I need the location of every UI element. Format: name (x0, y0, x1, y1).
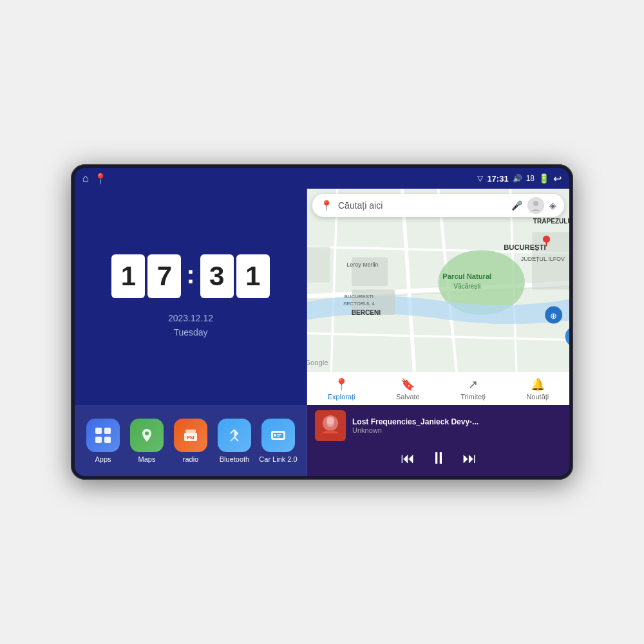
music-player: Lost Frequencies_Janieck Devy-... Unknow… (307, 405, 569, 476)
minute-tens-digit: 3 (200, 254, 234, 298)
date-value: 2023.12.12 (168, 311, 213, 325)
signal-icon: ▽ (477, 174, 483, 183)
map-pin-icon: 📍 (320, 200, 333, 212)
explore-icon: 📍 (334, 377, 348, 392)
volume-level: 18 (526, 174, 535, 183)
maps-app-icon (130, 419, 164, 452)
next-button[interactable]: ⏭ (462, 450, 477, 467)
svg-rect-2 (95, 437, 102, 443)
battery-icon: 🔋 (538, 173, 549, 184)
status-bar: ⌂ 📍 ▽ 17:31 🔊 18 🔋 ↩ (75, 168, 569, 189)
map-nav-explore[interactable]: 📍 Explorați (328, 377, 355, 401)
maps-status-icon[interactable]: 📍 (94, 173, 107, 185)
minute-ones-digit: 1 (236, 254, 270, 298)
map-nav-share[interactable]: ↗ Trimiteți (460, 377, 486, 401)
svg-text:Google: Google (307, 359, 328, 366)
back-icon[interactable]: ↩ (553, 173, 562, 185)
svg-rect-25 (307, 247, 330, 283)
carlink-label: Car Link 2.0 (259, 455, 297, 463)
svg-text:BUCUREȘTI: BUCUREȘTI (345, 294, 374, 299)
svg-rect-0 (95, 428, 102, 434)
music-top: Lost Frequencies_Janieck Devy-... Unknow… (315, 410, 562, 441)
explore-label: Explorați (328, 393, 355, 401)
play-pause-button[interactable]: ⏸ (430, 448, 447, 468)
hour-ones-digit: 7 (147, 254, 181, 298)
home-icon[interactable]: ⌂ (82, 173, 89, 184)
saved-label: Salvate (396, 393, 420, 401)
svg-point-10 (274, 434, 276, 437)
app-bar: Apps Maps (75, 405, 307, 476)
svg-text:FM: FM (187, 435, 194, 440)
svg-rect-11 (277, 434, 281, 435)
status-bar-left: ⌂ 📍 (82, 173, 107, 185)
map-nav-news[interactable]: 🔔 Noutăți (526, 377, 549, 401)
time-display: 17:31 (487, 174, 508, 184)
hours-group: 1 7 (111, 254, 181, 298)
user-avatar[interactable] (527, 197, 544, 214)
music-artist: Unknown (352, 426, 562, 434)
clock-colon: : (186, 260, 194, 289)
svg-text:Văcărești: Văcărești (453, 283, 480, 290)
svg-text:BUCUREȘTI: BUCUREȘTI (504, 243, 545, 251)
mic-icon[interactable]: 🎤 (511, 200, 522, 211)
share-icon: ↗ (468, 377, 478, 392)
svg-point-44 (533, 201, 538, 206)
app-item-maps[interactable]: Maps (128, 419, 166, 463)
album-art-inner (315, 410, 346, 441)
layers-icon[interactable]: ◈ (549, 200, 556, 211)
saved-icon: 🔖 (401, 377, 415, 392)
volume-icon: 🔊 (513, 174, 522, 183)
music-info: Lost Frequencies_Janieck Devy-... Unknow… (352, 417, 562, 434)
news-label: Noutăți (526, 393, 549, 401)
app-item-bluetooth[interactable]: Bluetooth (215, 419, 254, 463)
svg-text:SECTORUL 4: SECTORUL 4 (343, 301, 375, 307)
device-screen: ⌂ 📍 ▽ 17:31 🔊 18 🔋 ↩ 1 (75, 168, 569, 476)
clock-section: 1 7 : 3 1 2023.12.12 Tuesday (75, 189, 307, 405)
svg-text:Leroy Merlin: Leroy Merlin (346, 261, 378, 268)
left-panel: 1 7 : 3 1 2023.12.12 Tuesday (75, 189, 307, 476)
bluetooth-icon (218, 419, 251, 452)
album-art (315, 410, 346, 441)
apps-label: Apps (95, 455, 111, 463)
minutes-group: 3 1 (200, 254, 270, 298)
clock-date: 2023.12.12 Tuesday (168, 311, 213, 340)
prev-button[interactable]: ⏮ (401, 450, 415, 467)
map-search-text[interactable]: Căutați aici (338, 200, 506, 211)
svg-text:⊕: ⊕ (550, 311, 557, 321)
svg-text:TRAPEZULUI: TRAPEZULUI (533, 218, 569, 225)
day-value: Tuesday (168, 325, 213, 339)
apps-icon (86, 419, 120, 452)
bluetooth-label: Bluetooth (220, 455, 249, 463)
news-icon: 🔔 (531, 377, 545, 392)
hour-tens-digit: 1 (111, 254, 145, 298)
status-bar-right: ▽ 17:31 🔊 18 🔋 ↩ (477, 173, 562, 185)
svg-point-48 (327, 417, 334, 424)
main-content: 1 7 : 3 1 2023.12.12 Tuesday (75, 189, 569, 476)
car-head-unit: ⌂ 📍 ▽ 17:31 🔊 18 🔋 ↩ 1 (71, 164, 573, 480)
app-item-carlink[interactable]: Car Link 2.0 (259, 419, 298, 463)
carlink-icon (261, 419, 295, 452)
map-area[interactable]: Parcul Natural Văcărești BUCUREȘTI JUDEȚ… (307, 189, 569, 405)
maps-label: Maps (138, 455, 156, 463)
svg-text:BERCENI: BERCENI (352, 309, 381, 316)
map-search-bar[interactable]: 📍 Căutați aici 🎤 ◈ (312, 194, 564, 217)
music-title: Lost Frequencies_Janieck Devy-... (352, 417, 562, 426)
map-nav-saved[interactable]: 🔖 Salvate (396, 377, 420, 401)
app-item-radio[interactable]: FM radio (171, 419, 210, 463)
radio-icon: FM (174, 419, 207, 452)
svg-rect-3 (104, 437, 111, 443)
right-panel: Parcul Natural Văcărești BUCUREȘTI JUDEȚ… (307, 189, 569, 476)
svg-rect-1 (104, 428, 111, 434)
svg-text:Parcul Natural: Parcul Natural (442, 272, 491, 280)
svg-text:JUDEȚUL ILFOV: JUDEȚUL ILFOV (521, 256, 565, 262)
svg-point-4 (145, 431, 149, 435)
radio-label: radio (183, 455, 198, 463)
share-label: Trimiteți (460, 393, 486, 401)
map-bottom-nav: 📍 Explorați 🔖 Salvate ↗ Trimiteți 🔔 (307, 372, 569, 405)
clock-display: 1 7 : 3 1 (111, 254, 269, 298)
map-search-actions: 🎤 ◈ (511, 197, 556, 214)
svg-rect-6 (185, 430, 196, 433)
svg-rect-12 (277, 436, 280, 437)
app-item-apps[interactable]: Apps (84, 419, 122, 463)
music-controls: ⏮ ⏸ ⏭ (315, 446, 562, 471)
